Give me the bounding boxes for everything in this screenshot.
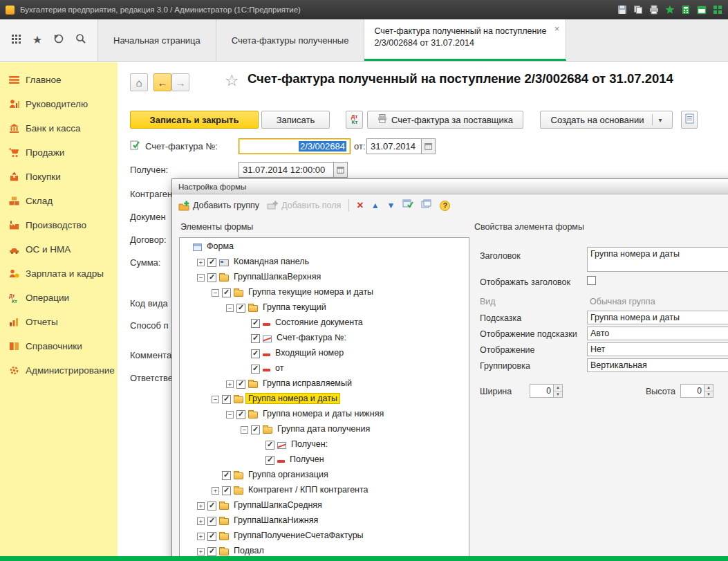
add-group-button[interactable]: Добавить группу [178,201,259,211]
spin-down-icon[interactable]: ▼ [704,392,713,398]
sidebar-item-sales[interactable]: Продажи [0,140,118,165]
collapse-icon[interactable] [197,274,205,282]
tree-checkbox[interactable] [236,304,245,313]
tree-item[interactable]: Форма [180,241,469,256]
expand-icon[interactable] [197,259,205,266]
tree-item[interactable]: ГруппаШапкаВерхняя [180,271,469,286]
height-stepper[interactable]: 0 ▲▼ [680,384,713,398]
tree-checkbox[interactable] [265,456,274,465]
sidebar-item-purchases[interactable]: Покупки [0,165,118,189]
sidebar-item-warehouse[interactable]: Склад [0,189,118,213]
sidebar-item-bank[interactable]: Банк и касса [0,116,118,140]
tree-item[interactable]: Группа исправляемый [180,378,469,393]
tree-checkbox[interactable] [251,319,260,328]
width-stepper[interactable]: 0 ▲▼ [530,384,563,398]
tooltip-input[interactable]: Группа номера и даты [587,311,728,324]
tree-checkbox[interactable] [207,502,216,511]
expand-icon[interactable] [197,517,205,525]
tree-checkbox[interactable] [222,486,231,495]
tree-item[interactable]: ГруппаПолучениеСчетаФактуры [180,530,469,545]
tree-item[interactable]: ГруппаШапкаНижняя [180,515,469,530]
tree-checkbox[interactable] [265,441,274,450]
back-button[interactable]: ← [153,73,171,91]
grouping-input[interactable]: Вертикальная [587,358,728,372]
expand-icon[interactable] [197,533,205,540]
tree-item[interactable]: Состояние документа [180,317,469,332]
calendar-picker-icon[interactable] [334,162,348,178]
favorite-toggle-icon[interactable]: ☆ [225,71,239,90]
search-icon[interactable] [75,33,86,47]
document-list-button[interactable] [681,111,698,129]
tree-checkbox[interactable] [222,288,231,297]
tab-invoice-document[interactable]: Счет-фактура полученный на поступление 2… [364,19,566,61]
expand-icon[interactable] [226,380,234,388]
tree-checkbox[interactable] [207,273,216,282]
save-icon[interactable] [617,5,627,15]
sidebar-item-reports[interactable]: Отчеты [0,310,118,334]
calculator-icon[interactable] [681,5,691,15]
tree-checkbox[interactable] [222,395,231,404]
tree-item[interactable]: Контрагент / КПП контрагента [180,484,469,499]
spin-down-icon[interactable]: ▼ [554,392,562,398]
tooltip-display-input[interactable]: Авто [587,327,728,340]
display-input[interactable]: Нет [587,342,728,356]
date-from-input[interactable]: 31.07.2014 [366,138,422,154]
tree-checkbox[interactable] [207,258,216,267]
move-down-icon[interactable]: ▼ [387,201,395,210]
expand-icon[interactable] [197,502,205,510]
forward-button[interactable]: → [171,73,189,91]
collapse-icon[interactable] [212,289,219,297]
received-input[interactable]: 31.07.2014 12:00:00 [239,162,334,178]
expand-icon[interactable] [212,487,219,495]
history-icon[interactable] [53,33,64,47]
tree-item[interactable]: Группа текущие номера и даты [180,286,469,302]
print-icon[interactable] [649,5,659,15]
sidebar-item-operations[interactable]: ДтКт Операции [0,286,118,310]
spin-up-icon[interactable]: ▲ [704,385,713,392]
tab-close-icon[interactable]: × [554,24,560,33]
tab-invoices-received[interactable]: Счета-фактуры полученные [216,19,365,61]
tree-checkbox[interactable] [222,471,231,480]
windows-stack-icon[interactable] [421,199,432,212]
tree-checkbox[interactable] [251,334,260,343]
calendar-green-icon[interactable] [697,5,707,15]
sidebar-item-administration[interactable]: Администрирование [0,358,118,383]
sidebar-item-main[interactable]: Главное [0,68,118,92]
tree-checkbox[interactable] [251,425,260,434]
apply-check-icon[interactable] [402,199,413,212]
favorites-green-icon[interactable] [665,5,675,15]
sidebar-item-manager[interactable]: Руководителю [0,92,118,116]
posting-dtkt-button[interactable]: ДтКт [346,111,363,129]
tree-checkbox[interactable] [207,517,216,526]
tree-checkbox[interactable] [236,410,245,419]
move-up-icon[interactable]: ▲ [371,201,380,210]
sidebar-item-catalogs[interactable]: Справочники [0,334,118,358]
save-button[interactable]: Записать [261,111,330,129]
tree-checkbox[interactable] [207,532,216,541]
add-fields-button[interactable]: Добавить поля [267,201,341,211]
tree-item[interactable]: Счет-фактура №: [180,332,469,347]
spin-up-icon[interactable]: ▲ [554,385,562,392]
sidebar-item-salary[interactable]: Зарплата и кадры [0,261,118,286]
tree-item[interactable]: ГруппаШапкаСредняя [180,499,469,515]
title-input[interactable]: Группа номера и даты [587,247,728,272]
tree-checkbox[interactable] [207,547,216,556]
dialog-titlebar[interactable]: Настройка формы [172,179,728,194]
sidebar-item-fixed-assets[interactable]: ОС и НМА [0,237,118,261]
tree-item[interactable]: Получен [180,454,469,469]
save-and-close-button[interactable]: Записать и закрыть [130,111,259,129]
tree-item[interactable]: Получен: [180,439,469,454]
grid-green-icon[interactable] [713,5,722,15]
show-title-checkbox[interactable] [587,276,596,285]
delete-icon[interactable]: × [357,200,363,211]
collapse-icon[interactable] [226,304,234,312]
print-invoice-button[interactable]: Счет-фактура за поставщика [367,111,523,129]
sidebar-item-production[interactable]: Производство [0,213,118,237]
tree-item[interactable]: Группа текущий [180,302,469,317]
tab-home[interactable]: Начальная страница [98,19,216,61]
tree-checkbox[interactable] [236,380,245,389]
help-icon[interactable]: ? [440,201,450,211]
collapse-icon[interactable] [226,411,234,419]
main-menu-icon[interactable] [11,34,21,47]
tree-item[interactable]: Входящий номер [180,347,469,362]
